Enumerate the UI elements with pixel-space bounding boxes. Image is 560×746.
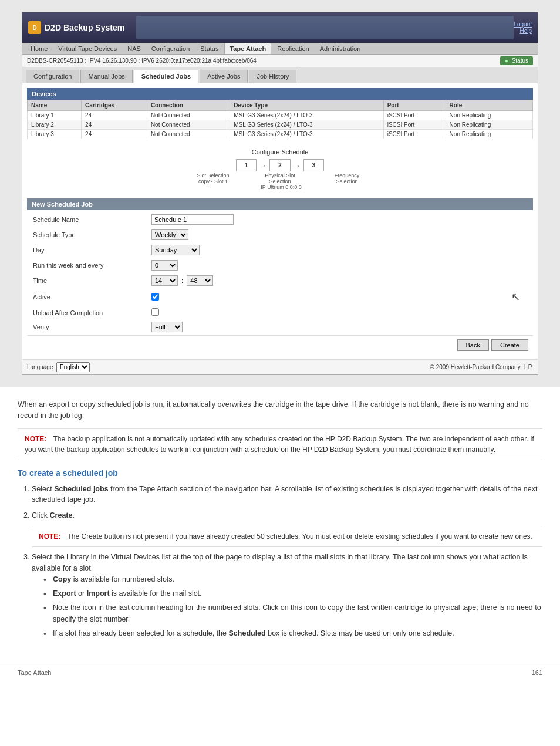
- logout-link[interactable]: Logout: [514, 21, 532, 28]
- time-hour-select[interactable]: 14: [151, 275, 178, 286]
- schedule-step1-box[interactable]: 1: [236, 159, 257, 171]
- nav-tape-attach[interactable]: Tape Attach: [224, 43, 271, 54]
- create-button[interactable]: Create: [491, 339, 528, 351]
- window-footer: Language English © 2009 Hewlett-Packard …: [22, 359, 538, 374]
- arrow-1: →: [259, 161, 267, 170]
- col-device-type: Device Type: [230, 100, 383, 111]
- note-label-1: NOTE:: [25, 435, 46, 443]
- app-header: D D2D Backup System Logout Help: [22, 12, 538, 43]
- header-actions: Logout Help: [514, 21, 532, 34]
- schedule-name-label: Schedule Name: [28, 212, 146, 227]
- bullet-list: Copy is available for numbered slots. Ex…: [43, 573, 542, 639]
- back-button[interactable]: Back: [457, 339, 489, 351]
- time-minute-select[interactable]: 48: [187, 275, 213, 286]
- tab-job-history[interactable]: Job History: [249, 70, 296, 83]
- main-content: Devices Name Cartridges Connection Devic…: [22, 83, 538, 359]
- table-row: Library 324Not ConnectedMSL G3 Series (2…: [28, 130, 533, 139]
- nav-administration[interactable]: Administration: [315, 43, 366, 54]
- bullet-icon-note: Note the icon in the last column heading…: [43, 602, 542, 625]
- copyright-text: © 2009 Hewlett-Packard Company, L.P.: [430, 364, 533, 370]
- tab-bar: Configuration Manual Jobs Scheduled Jobs…: [22, 67, 538, 83]
- schedule-name-input[interactable]: [151, 214, 234, 225]
- configure-schedule: Configure Schedule 1 → 2 → 3 Slot Select…: [27, 144, 533, 195]
- nav-configuration[interactable]: Configuration: [147, 43, 194, 54]
- tab-active-jobs[interactable]: Active Jobs: [200, 70, 248, 83]
- form-row-active: Active ↖: [28, 289, 532, 305]
- inner-note-text: The Create button is not present if you …: [67, 532, 532, 541]
- navigation-bar: Home Virtual Tape Devices NAS Configurat…: [22, 43, 538, 55]
- bullet-scheduled: If a slot has already been selected for …: [43, 627, 542, 639]
- breadcrumb-text: D2DBS-CR20545113 : IPV4 16.26.130.90 : I…: [27, 58, 257, 64]
- configure-schedule-label: Configure Schedule: [32, 148, 528, 156]
- active-checkbox[interactable]: [151, 293, 159, 301]
- inner-note-label: NOTE:: [39, 532, 60, 541]
- inner-note-box: NOTE: The Create button is not present i…: [32, 526, 542, 547]
- new-scheduled-job-header: New Scheduled Job: [27, 198, 533, 210]
- form-row-schedule-type: Schedule Type Weekly Daily Monthly: [28, 228, 532, 242]
- schedule-step3-box[interactable]: 3: [303, 159, 325, 171]
- step-1: Select Scheduled jobs from the Tape Atta…: [32, 484, 542, 506]
- nav-nas[interactable]: NAS: [123, 43, 146, 54]
- unload-label: Unload After Completion: [28, 306, 146, 319]
- form-row-day: Day Sunday Monday Tuesday Wednesday Thur…: [28, 243, 532, 257]
- footer-section: Tape Attach: [18, 669, 52, 676]
- form-footer: Back Create: [27, 335, 533, 355]
- logo-icon: D: [28, 21, 41, 34]
- app-title: D2D Backup System: [45, 23, 124, 32]
- section-heading: To create a scheduled job: [18, 468, 542, 478]
- arrow-2: →: [293, 161, 301, 170]
- col-connection: Connection: [147, 100, 230, 111]
- ui-window: D D2D Backup System Logout Help Home Vir…: [22, 12, 538, 375]
- col-role: Role: [446, 100, 532, 111]
- verify-select[interactable]: Full None Quick: [151, 322, 183, 332]
- devices-table: Name Cartridges Connection Device Type P…: [27, 100, 533, 139]
- run-select[interactable]: 01234: [151, 260, 178, 271]
- form-row-verify: Verify Full None Quick: [28, 320, 532, 334]
- day-label: Day: [28, 243, 146, 257]
- bullet-export: Export or Import is available for the ma…: [43, 588, 542, 599]
- tab-configuration[interactable]: Configuration: [26, 70, 79, 83]
- form-row-run: Run this week and every 01234: [28, 258, 532, 272]
- devices-section-header: Devices: [27, 88, 533, 100]
- schedule-steps: 1 → 2 → 3: [32, 159, 528, 171]
- bullet-copy: Copy is available for numbered slots.: [43, 573, 542, 585]
- breadcrumb: D2DBS-CR20545113 : IPV4 16.26.130.90 : I…: [22, 55, 538, 67]
- form-row-time: Time 14 : 48: [28, 274, 532, 288]
- tab-manual-jobs[interactable]: Manual Jobs: [80, 70, 132, 83]
- day-select[interactable]: Sunday Monday Tuesday Wednesday Thursday…: [151, 245, 200, 255]
- intro-paragraph: When an export or copy scheduled job is …: [18, 399, 542, 421]
- step-2: Click Create. NOTE: The Create button is…: [32, 510, 542, 547]
- language-select[interactable]: English: [56, 362, 90, 372]
- unload-checkbox[interactable]: [151, 308, 159, 316]
- footer-page: 161: [532, 669, 542, 676]
- schedule-type-select[interactable]: Weekly Daily Monthly: [151, 229, 188, 240]
- note-text-1: The backup application is not automatica…: [25, 435, 534, 454]
- col-port: Port: [383, 100, 446, 111]
- page-footer: Tape Attach 161: [0, 663, 560, 682]
- form-row-unload: Unload After Completion: [28, 306, 532, 319]
- schedule-step2-box[interactable]: 2: [269, 159, 291, 171]
- active-label: Active: [28, 289, 146, 305]
- step-3: Select the Library in the Virtual Device…: [32, 552, 542, 640]
- nav-status[interactable]: Status: [195, 43, 223, 54]
- schedule-labels: Slot Selection copy - Slot 1 Physical Sl…: [32, 173, 528, 190]
- cursor-icon: ↖: [511, 291, 520, 303]
- nav-virtual-tape-devices[interactable]: Virtual Tape Devices: [53, 43, 122, 54]
- nav-home[interactable]: Home: [26, 43, 52, 54]
- run-label: Run this week and every: [28, 258, 146, 272]
- nav-replication[interactable]: Replication: [272, 43, 313, 54]
- table-row: Library 124Not ConnectedMSL G3 Series (2…: [28, 111, 533, 120]
- step1-label: Slot Selection copy - Slot 1: [190, 173, 237, 184]
- step3-label: Frequency Selection: [323, 173, 370, 184]
- app-logo: D D2D Backup System: [28, 21, 124, 34]
- form-row-schedule-name: Schedule Name: [28, 212, 532, 227]
- step1-bold: Scheduled jobs: [54, 485, 108, 493]
- document-area: When an export or copy scheduled job is …: [0, 387, 560, 663]
- job-form: Schedule Name Schedule Type Weekly Daily…: [27, 211, 533, 335]
- step2-bold: Create: [50, 511, 73, 519]
- help-link[interactable]: Help: [519, 28, 532, 34]
- status-button[interactable]: ● Status: [500, 56, 533, 65]
- tab-scheduled-jobs[interactable]: Scheduled Jobs: [134, 70, 198, 83]
- col-cartridges: Cartridges: [82, 100, 147, 111]
- col-name: Name: [28, 100, 82, 111]
